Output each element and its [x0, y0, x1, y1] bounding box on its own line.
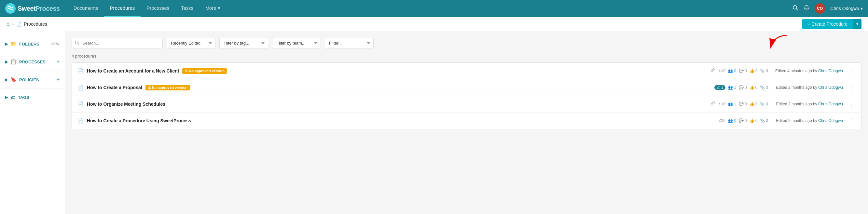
filter-bar: Recently Edited Alphabetical Recently Cr…: [71, 38, 862, 48]
sidebar-item-folders[interactable]: ▶ 📁 FOLDERS VIEW: [0, 38, 65, 49]
attachment-stat: 📎0: [760, 102, 768, 106]
table-row: 📄 How to Create a Procedure Using SweetP…: [72, 112, 861, 129]
thumb-stat: 👍0: [749, 118, 758, 123]
processes-icon: 📋: [10, 59, 17, 65]
sort-select[interactable]: Recently Edited Alphabetical Recently Cr…: [167, 38, 215, 48]
policies-add-icon[interactable]: +: [57, 77, 60, 83]
thumb-stat-icon: 👍: [749, 69, 754, 73]
procedure-more-menu[interactable]: ⋮: [846, 67, 856, 75]
comment-stat: 💬0: [739, 69, 747, 73]
nav-right: CO Chris Odogwu ▾: [793, 3, 863, 14]
member-stat: 👥0: [728, 118, 736, 123]
create-procedure-button[interactable]: + Create Procedure: [802, 19, 853, 29]
procedure-stats: 🏷0 👥0 💬0 👍0 📎0: [719, 69, 768, 73]
folders-label: FOLDERS: [19, 42, 39, 46]
status-filter-select[interactable]: Filter...: [325, 38, 374, 48]
procedure-stats: 🏷 1 👥1 💬0 👍0 📎0: [714, 85, 768, 90]
procedure-edited: Edited 2 months ago by Chris Odogwu: [771, 85, 843, 90]
user-chevron-icon: ▾: [861, 6, 863, 11]
tag-stat: 🏷0: [719, 102, 726, 106]
breadcrumb: ⌂ › 📄 Procedures: [6, 21, 47, 27]
home-icon[interactable]: ⌂: [6, 21, 10, 27]
comment-stat-icon: 💬: [739, 118, 744, 123]
thumb-stat-icon: 👍: [749, 85, 754, 90]
policies-icon: 🔖: [10, 77, 17, 83]
sidebar-section-processes: ▶ 📋 PROCESSES +: [0, 54, 65, 69]
processes-chevron-icon: ▶: [5, 60, 8, 64]
member-stat: 👥1: [728, 85, 736, 90]
tags-label: TAGS: [18, 95, 29, 100]
nav-tasks[interactable]: Tasks: [175, 0, 199, 17]
editor-link[interactable]: Chris Odogwu: [818, 69, 843, 73]
no-approved-badge: ⚠ No approved version: [146, 85, 190, 91]
nav-documents[interactable]: Documents: [68, 0, 104, 17]
search-wrap: [71, 38, 163, 48]
nav-more[interactable]: More ▾: [199, 0, 226, 17]
search-input[interactable]: [71, 38, 163, 48]
search-icon: [75, 40, 80, 46]
tag-stat: 🏷0: [719, 69, 726, 73]
procedure-name[interactable]: How to Organize Meeting Schedules: [87, 102, 165, 107]
link-icon: [710, 68, 715, 74]
avatar[interactable]: CO: [815, 3, 825, 14]
page-icon: 📄: [16, 22, 22, 27]
procedure-name[interactable]: How to Create an Account for a New Clien…: [87, 68, 179, 73]
policies-chevron-icon: ▶: [5, 78, 8, 82]
comment-stat-icon: 💬: [739, 102, 744, 106]
team-filter-select[interactable]: Filter by team...: [272, 38, 321, 48]
svg-line-2: [797, 8, 798, 10]
sidebar: ▶ 📁 FOLDERS VIEW ▶ 📋 PROCESSES +: [0, 31, 65, 214]
tags-chevron-icon: ▶: [5, 95, 8, 100]
attachment-stat: 📎0: [760, 85, 768, 90]
logo-sweet: Sweet: [18, 5, 35, 12]
procedure-more-menu[interactable]: ⋮: [846, 83, 856, 92]
member-stat-icon: 👥: [728, 69, 733, 73]
procedure-more-menu[interactable]: ⋮: [846, 116, 856, 125]
comment-stat: 💬0: [739, 118, 747, 123]
sidebar-item-processes[interactable]: ▶ 📋 PROCESSES +: [0, 56, 65, 67]
member-stat-icon: 👥: [728, 118, 733, 123]
no-approved-badge: ⚠ No approved version: [182, 68, 226, 74]
procedure-count: 4 procedures: [71, 54, 862, 59]
attachment-stat: 📎0: [760, 69, 768, 73]
logo[interactable]: SweetProcess: [5, 3, 60, 14]
sidebar-section-folders: ▶ 📁 FOLDERS VIEW: [0, 36, 65, 51]
attachment-stat-icon: 📎: [760, 118, 765, 123]
processes-add-icon[interactable]: +: [57, 59, 60, 65]
nav-processes[interactable]: Processes: [141, 0, 175, 17]
procedure-name[interactable]: How to Create a Procedure Using SweetPro…: [87, 118, 191, 123]
tag-badge: 🏷 1: [714, 85, 725, 90]
editor-link[interactable]: Chris Odogwu: [818, 118, 843, 123]
sidebar-item-policies[interactable]: ▶ 🔖 POLICIES +: [0, 74, 65, 85]
sidebar-item-tags[interactable]: ▶ 🏷 TAGS: [0, 92, 65, 103]
attachment-stat-icon: 📎: [760, 102, 765, 106]
svg-point-0: [5, 3, 16, 14]
table-row: 📄 How to Create an Account for a New Cli…: [72, 63, 861, 79]
folders-view-label[interactable]: VIEW: [51, 42, 60, 46]
breadcrumb-current: 📄 Procedures: [16, 22, 47, 27]
member-stat: 👥1: [728, 102, 736, 106]
bell-icon[interactable]: [804, 5, 809, 12]
user-name[interactable]: Chris Odogwu ▾: [830, 6, 863, 11]
procedure-name[interactable]: How to Create a Proposal: [87, 85, 142, 90]
create-procedure-dropdown[interactable]: ▾: [853, 19, 862, 29]
thumb-stat-icon: 👍: [749, 102, 754, 106]
main-layout: ▶ 📁 FOLDERS VIEW ▶ 📋 PROCESSES +: [0, 31, 868, 214]
procedure-edited: Edited 2 months ago by Chris Odogwu: [771, 102, 843, 106]
nav-procedures[interactable]: Procedures: [104, 0, 141, 17]
editor-link[interactable]: Chris Odogwu: [818, 102, 843, 106]
search-icon[interactable]: [793, 5, 798, 12]
top-navigation: SweetProcess Documents Procedures Proces…: [0, 0, 868, 17]
tag-stat-icon: 🏷: [719, 102, 722, 106]
tag-filter-select[interactable]: Filter by tag...: [219, 38, 268, 48]
table-row: 📄 How to Create a Proposal ⚠ No approved…: [72, 79, 861, 96]
editor-link[interactable]: Chris Odogwu: [818, 85, 843, 90]
procedure-more-menu[interactable]: ⋮: [846, 100, 856, 108]
tag-stat: 🏷0: [719, 118, 726, 123]
logo-process: Process: [35, 5, 60, 12]
more-chevron-icon: ▾: [218, 5, 220, 11]
procedure-doc-icon: 📄: [77, 101, 84, 107]
procedure-stats: 🏷0 👥1 💬0 👍0 📎0: [719, 102, 768, 106]
thumb-stat: 👍0: [749, 85, 758, 90]
breadcrumb-separator: ›: [12, 22, 14, 27]
